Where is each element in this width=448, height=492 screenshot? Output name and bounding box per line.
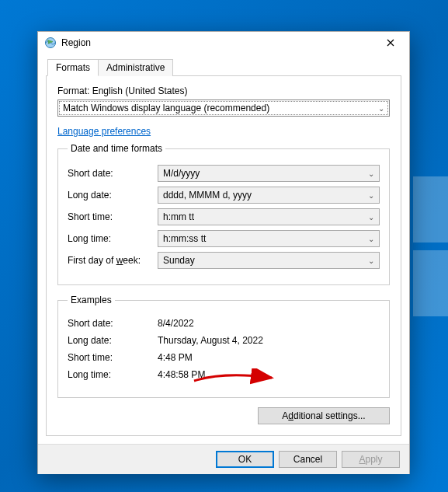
apply-button[interactable]: Apply [342, 451, 400, 468]
ok-button[interactable]: OK [216, 451, 274, 468]
example-short-time-label: Short time: [68, 352, 158, 363]
long-time-value: h:mm:ss tt [163, 233, 206, 244]
close-button[interactable] [373, 32, 408, 54]
example-short-time-value: 4:48 PM [158, 352, 380, 363]
long-date-label: Long date: [68, 190, 158, 201]
long-time-select[interactable]: h:mm:ss tt ⌄ [158, 230, 380, 247]
examples-legend: Examples [68, 295, 115, 305]
format-label: Format: English (United States) [57, 85, 390, 96]
chevron-down-icon: ⌄ [378, 104, 384, 113]
chevron-down-icon: ⌄ [368, 169, 374, 178]
short-date-select[interactable]: M/d/yyyy ⌄ [158, 165, 380, 182]
first-day-label: First day of week: [68, 255, 158, 266]
long-time-label: Long time: [68, 233, 158, 244]
tab-administrative[interactable]: Administrative [98, 59, 173, 76]
chevron-down-icon: ⌄ [368, 235, 374, 243]
short-date-value: M/d/yyyy [163, 168, 200, 179]
region-dialog: Region Formats Administrative Format: En… [37, 31, 410, 474]
formats-panel: Format: English (United States) Match Wi… [46, 75, 401, 436]
format-select-value: Match Windows display language (recommen… [63, 103, 269, 113]
chevron-down-icon: ⌄ [368, 256, 374, 265]
language-preferences-link[interactable]: Language preferences [57, 126, 151, 137]
long-date-value: dddd, MMMM d, yyyy [163, 190, 252, 201]
dialog-footer: OK Cancel Apply [38, 444, 409, 474]
short-date-label: Short date: [68, 168, 158, 179]
first-day-select[interactable]: Sunday ⌄ [158, 252, 380, 269]
example-short-date-label: Short date: [68, 318, 158, 329]
example-long-time-value: 4:48:58 PM [158, 369, 380, 380]
close-icon [387, 39, 394, 47]
short-time-label: Short time: [68, 211, 158, 222]
first-day-value: Sunday [163, 255, 195, 266]
chevron-down-icon: ⌄ [368, 213, 374, 222]
example-long-time-label: Long time: [68, 369, 158, 380]
chevron-down-icon: ⌄ [368, 191, 374, 200]
tab-formats[interactable]: Formats [47, 59, 99, 76]
globe-icon [44, 37, 57, 49]
example-short-date-value: 8/4/2022 [158, 318, 380, 329]
example-long-date-label: Long date: [68, 335, 158, 346]
tab-strip: Formats Administrative [46, 59, 401, 76]
format-select[interactable]: Match Windows display language (recommen… [57, 99, 390, 117]
datetime-formats-group: Date and time formats Short date: M/d/yy… [57, 143, 390, 285]
titlebar: Region [38, 32, 409, 54]
window-title: Region [61, 37, 373, 48]
cancel-button[interactable]: Cancel [279, 451, 337, 468]
additional-settings-button[interactable]: Additional settings... [258, 407, 390, 424]
datetime-formats-legend: Date and time formats [68, 143, 165, 154]
example-long-date-value: Thursday, August 4, 2022 [158, 335, 380, 346]
short-time-select[interactable]: h:mm tt ⌄ [158, 208, 380, 225]
short-time-value: h:mm tt [163, 211, 194, 222]
examples-group: Examples Short date: 8/4/2022 Long date:… [57, 295, 390, 398]
long-date-select[interactable]: dddd, MMMM d, yyyy ⌄ [158, 187, 380, 204]
